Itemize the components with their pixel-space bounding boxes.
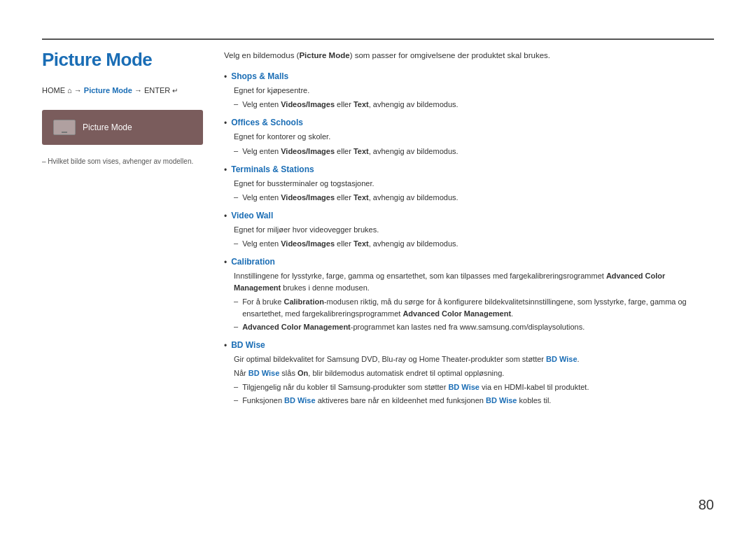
page-title: Picture Mode xyxy=(42,49,203,71)
dash-calibration-2: – xyxy=(234,322,238,330)
menu-box-label: Picture Mode xyxy=(83,122,132,132)
section-desc-offices: Egnet for kontorer og skoler. xyxy=(234,131,714,143)
section-bdwise: • BD Wise Gir optimal bildekvalitet for … xyxy=(224,340,714,407)
breadcrumb-link: Picture Mode xyxy=(84,86,132,94)
section-desc-bdwise-2: Når BD Wise slås On, blir bildemodus aut… xyxy=(234,367,714,379)
section-desc-calibration: Innstillingene for lysstyrke, farge, gam… xyxy=(234,270,714,294)
bullet-calibration: • xyxy=(224,258,227,267)
bullet-row-shops: • Shops & Malls xyxy=(224,71,714,83)
section-desc-videowall: Egnet for miljøer hvor videovegger bruke… xyxy=(234,224,714,236)
section-terminals: • Terminals & Stations Egnet for busster… xyxy=(224,164,714,204)
left-panel: Picture Mode HOME ⌂ → Picture Mode → ENT… xyxy=(42,49,203,167)
bullet-bdwise: • xyxy=(224,341,227,351)
section-title-terminals: Terminals & Stations xyxy=(231,164,314,174)
bullet-videowall: • xyxy=(224,211,227,221)
sub-text-bdwise-2: Funksjonen BD Wise aktiveres bare når en… xyxy=(242,395,551,407)
enter-icon: ↵ xyxy=(172,87,178,94)
sub-text-videowall-1: Velg enten Videos/Images eller Text, avh… xyxy=(242,238,458,250)
dash-offices-1: – xyxy=(234,146,238,155)
sub-bullet-videowall-1: – Velg enten Videos/Images eller Text, a… xyxy=(234,238,714,250)
bullet-row-videowall: • Video Wall xyxy=(224,211,714,223)
dash-shops-1: – xyxy=(234,99,238,108)
sub-bullet-offices-1: – Velg enten Videos/Images eller Text, a… xyxy=(234,146,714,157)
sub-text-offices-1: Velg enten Videos/Images eller Text, avh… xyxy=(242,146,458,157)
section-title-calibration: Calibration xyxy=(231,257,275,267)
dash-calibration-1: – xyxy=(234,297,238,305)
dash-terminals-1: – xyxy=(234,192,238,201)
home-icon: HOME ⌂ xyxy=(42,86,72,94)
dash-videowall-1: – xyxy=(234,239,238,247)
section-shops: • Shops & Malls Egnet for kjøpesentre. –… xyxy=(224,71,714,111)
intro-text: Velg en bildemodus (Picture Mode) som pa… xyxy=(224,49,714,62)
breadcrumb: HOME ⌂ → Picture Mode → ENTER ↵ xyxy=(42,85,203,97)
section-title-bdwise: BD Wise xyxy=(231,340,265,350)
section-desc-terminals: Egnet for bussterminaler og togstasjoner… xyxy=(234,178,714,190)
sub-bullet-calibration-2: – Advanced Color Management-programmet k… xyxy=(234,321,714,333)
section-title-shops: Shops & Malls xyxy=(231,71,288,81)
sub-bullet-calibration-1: – For å bruke Calibration-modusen riktig… xyxy=(234,296,714,320)
section-title-videowall: Video Wall xyxy=(231,211,273,220)
intro-bold: Picture Mode xyxy=(299,51,349,59)
right-panel: Velg en bildemodus (Picture Mode) som pa… xyxy=(224,49,714,414)
bullet-terminals: • xyxy=(224,165,227,175)
bullet-row-bdwise: • BD Wise xyxy=(224,340,714,352)
sub-bullet-terminals-1: – Velg enten Videos/Images eller Text, a… xyxy=(234,192,714,204)
page-number: 80 xyxy=(699,497,714,513)
sub-text-shops-1: Velg enten Videos/Images eller Text, avh… xyxy=(242,99,458,111)
home-label: HOME ⌂ → Picture Mode → ENTER ↵ xyxy=(42,86,178,94)
section-offices: • Offices & Schools Egnet for kontorer o… xyxy=(224,118,714,157)
top-border xyxy=(42,38,714,40)
section-calibration: • Calibration Innstillingene for lysstyr… xyxy=(224,257,714,333)
menu-box: Picture Mode xyxy=(42,110,203,145)
section-desc-shops: Egnet for kjøpesentre. xyxy=(234,85,714,97)
bullet-offices: • xyxy=(224,118,227,128)
sub-bullet-bdwise-2: – Funksjonen BD Wise aktiveres bare når … xyxy=(234,395,714,407)
sub-text-calibration-1: For å bruke Calibration-modusen riktig, … xyxy=(242,296,714,320)
bullet-row-calibration: • Calibration xyxy=(224,257,714,269)
sub-bullet-shops-1: – Velg enten Videos/Images eller Text, a… xyxy=(234,99,714,111)
bullet-shops: • xyxy=(224,72,227,82)
bullet-row-offices: • Offices & Schools xyxy=(224,118,714,129)
menu-box-icon xyxy=(53,120,76,135)
dash-bdwise-2: – xyxy=(234,395,238,404)
section-videowall: • Video Wall Egnet for miljøer hvor vide… xyxy=(224,211,714,250)
bullet-row-terminals: • Terminals & Stations xyxy=(224,164,714,176)
sub-bullet-bdwise-1: – Tilgjengelig når du kobler til Samsung… xyxy=(234,381,714,393)
note-text: – Hvilket bilde som vises, avhenger av m… xyxy=(42,156,203,167)
dash-bdwise-1: – xyxy=(234,382,238,391)
sub-text-bdwise-1: Tilgjengelig når du kobler til Samsung-p… xyxy=(242,381,589,393)
section-title-offices: Offices & Schools xyxy=(231,118,303,127)
sub-text-calibration-2: Advanced Color Management-programmet kan… xyxy=(242,321,584,333)
section-desc-bdwise-1: Gir optimal bildekvalitet for Samsung DV… xyxy=(234,353,714,365)
sub-text-terminals-1: Velg enten Videos/Images eller Text, avh… xyxy=(242,192,458,204)
